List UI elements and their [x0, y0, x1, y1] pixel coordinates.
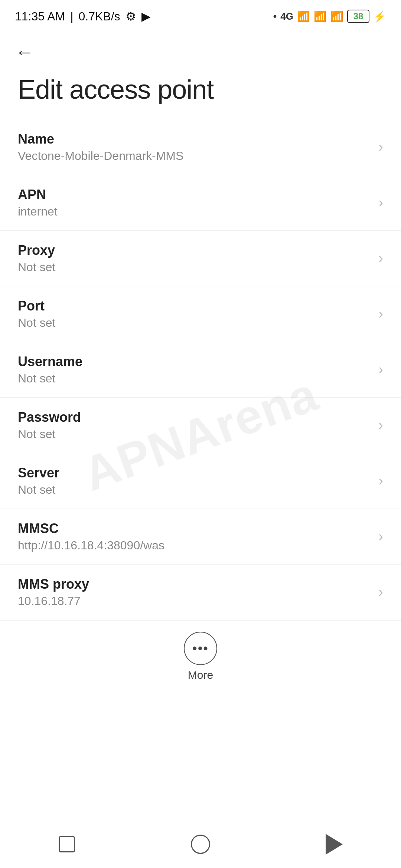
- recent-apps-icon: [59, 836, 75, 852]
- chevron-icon-name: ›: [378, 139, 383, 155]
- settings-item-proxy[interactable]: Proxy Not set ›: [0, 231, 401, 286]
- settings-icon: ⚙: [125, 9, 136, 23]
- settings-label-port: Port: [18, 298, 371, 314]
- back-arrow-icon: ←: [15, 41, 34, 63]
- settings-value-username: Not set: [18, 372, 371, 385]
- settings-label-password: Password: [18, 410, 371, 425]
- more-label: More: [188, 669, 213, 681]
- home-icon: [191, 835, 210, 854]
- page-title: Edit access point: [0, 67, 401, 119]
- settings-item-password[interactable]: Password Not set ›: [0, 398, 401, 453]
- back-button[interactable]: ←: [0, 30, 401, 67]
- settings-label-name: Name: [18, 131, 371, 147]
- wifi-icon: 📶: [330, 10, 343, 23]
- nav-recent-button[interactable]: [52, 829, 82, 859]
- settings-value-apn: internet: [18, 205, 371, 218]
- settings-item-content-username: Username Not set: [18, 354, 371, 385]
- settings-label-mms-proxy: MMS proxy: [18, 576, 371, 592]
- chevron-icon-mmsc: ›: [378, 529, 383, 545]
- settings-item-name[interactable]: Name Vectone-Mobile-Denmark-MMS ›: [0, 119, 401, 175]
- nav-home-button[interactable]: [186, 829, 215, 859]
- status-icons: • 4G 📶 📶 📶 38 ⚡: [273, 10, 387, 23]
- settings-label-server: Server: [18, 465, 371, 481]
- signal-bars2-icon: 📶: [314, 10, 327, 23]
- settings-label-proxy: Proxy: [18, 243, 371, 258]
- chevron-icon-server: ›: [378, 473, 383, 489]
- settings-item-mmsc[interactable]: MMSC http://10.16.18.4:38090/was ›: [0, 509, 401, 565]
- settings-value-mmsc: http://10.16.18.4:38090/was: [18, 539, 371, 552]
- settings-value-server: Not set: [18, 483, 371, 497]
- settings-item-content-apn: APN internet: [18, 187, 371, 218]
- chevron-icon-proxy: ›: [378, 250, 383, 266]
- settings-item-username[interactable]: Username Not set ›: [0, 342, 401, 398]
- status-time: 11:35 AM: [15, 10, 65, 23]
- settings-value-proxy: Not set: [18, 260, 371, 274]
- settings-value-password: Not set: [18, 427, 371, 441]
- more-section[interactable]: ••• More: [0, 620, 401, 689]
- settings-item-server[interactable]: Server Not set ›: [0, 453, 401, 509]
- settings-item-apn[interactable]: APN internet ›: [0, 175, 401, 231]
- back-nav-icon: [326, 834, 343, 855]
- settings-item-content-port: Port Not set: [18, 298, 371, 330]
- settings-item-content-proxy: Proxy Not set: [18, 243, 371, 274]
- settings-item-content-mms-proxy: MMS proxy 10.16.18.77: [18, 576, 371, 608]
- settings-item-content-password: Password Not set: [18, 410, 371, 441]
- more-dots-icon: •••: [192, 642, 209, 655]
- status-speed: 0.7KB/s: [79, 10, 120, 23]
- settings-item-content-name: Name Vectone-Mobile-Denmark-MMS: [18, 131, 371, 163]
- settings-label-mmsc: MMSC: [18, 521, 371, 536]
- chevron-icon-port: ›: [378, 306, 383, 322]
- settings-value-name: Vectone-Mobile-Denmark-MMS: [18, 149, 371, 163]
- status-time-speed: 11:35 AM | 0.7KB/s ⚙ ▶: [15, 9, 151, 23]
- battery-icon: 38: [347, 10, 369, 23]
- bluetooth-icon: •: [273, 10, 277, 22]
- chevron-icon-username: ›: [378, 362, 383, 378]
- navigation-bar: [0, 820, 401, 868]
- settings-value-mms-proxy: 10.16.18.77: [18, 594, 371, 608]
- settings-item-content-server: Server Not set: [18, 465, 371, 497]
- settings-item-mms-proxy[interactable]: MMS proxy 10.16.18.77 ›: [0, 565, 401, 620]
- chevron-icon-mms-proxy: ›: [378, 584, 383, 600]
- status-bar: 11:35 AM | 0.7KB/s ⚙ ▶ • 4G 📶 📶 📶 38 ⚡: [0, 0, 401, 30]
- settings-item-port[interactable]: Port Not set ›: [0, 286, 401, 342]
- signal-bars-icon: 📶: [297, 10, 310, 23]
- settings-value-port: Not set: [18, 316, 371, 330]
- more-circle-button[interactable]: •••: [184, 632, 217, 665]
- signal-4g-icon: 4G: [280, 11, 293, 22]
- nav-back-button[interactable]: [319, 829, 349, 859]
- video-icon: ▶: [141, 9, 151, 23]
- status-separator: |: [70, 10, 73, 23]
- charging-icon: ⚡: [373, 10, 386, 23]
- settings-label-apn: APN: [18, 187, 371, 203]
- chevron-icon-password: ›: [378, 417, 383, 433]
- settings-list: Name Vectone-Mobile-Denmark-MMS › APN in…: [0, 119, 401, 620]
- chevron-icon-apn: ›: [378, 195, 383, 211]
- settings-item-content-mmsc: MMSC http://10.16.18.4:38090/was: [18, 521, 371, 552]
- settings-label-username: Username: [18, 354, 371, 369]
